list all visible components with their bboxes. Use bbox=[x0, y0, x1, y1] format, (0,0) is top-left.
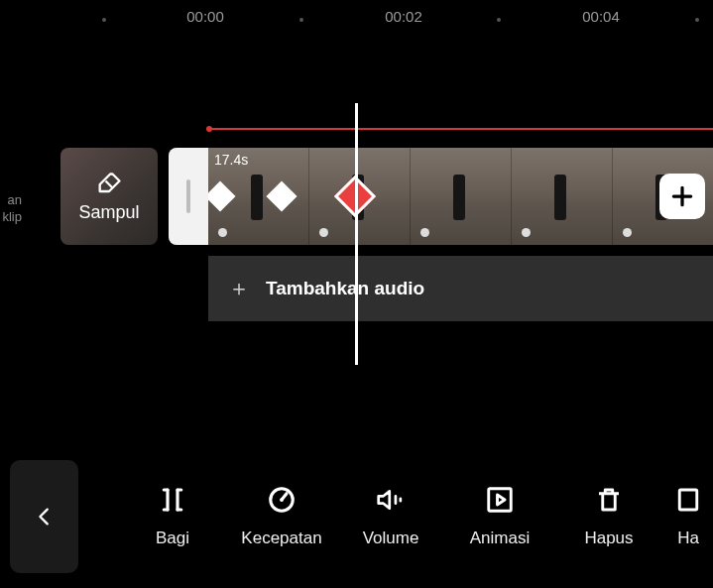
clip-trim-handle-left[interactable] bbox=[169, 148, 208, 245]
clip-top-edge bbox=[208, 128, 713, 130]
ruler-tick bbox=[695, 18, 699, 22]
svg-point-1 bbox=[280, 498, 284, 502]
tool-label: Hapus bbox=[584, 529, 633, 548]
clip-frames[interactable]: 17.4s bbox=[208, 148, 713, 245]
eraser-icon bbox=[95, 171, 123, 198]
ruler-tick bbox=[497, 18, 501, 22]
ruler-label: 00:04 bbox=[582, 8, 620, 25]
playhead[interactable] bbox=[355, 103, 358, 365]
ruler-label: 00:00 bbox=[186, 8, 224, 25]
add-audio-label: Tambahkan audio bbox=[266, 278, 424, 299]
video-clip[interactable]: 17.4s bbox=[169, 148, 713, 245]
tool-animation[interactable]: Animasi bbox=[445, 485, 554, 548]
tool-speed[interactable]: Kecepatan bbox=[227, 485, 336, 548]
trash-icon bbox=[594, 485, 624, 515]
tool-label: Ha bbox=[677, 529, 699, 548]
add-clip-button[interactable] bbox=[659, 174, 705, 219]
tool-next-partial[interactable]: Ha bbox=[663, 485, 713, 548]
ruler-tick bbox=[299, 18, 303, 22]
tool-label: Animasi bbox=[470, 529, 530, 548]
svg-rect-3 bbox=[679, 490, 697, 510]
ruler-label: 00:02 bbox=[385, 8, 422, 25]
svg-rect-2 bbox=[489, 488, 512, 511]
add-clip-label-partial: an klip bbox=[0, 192, 22, 226]
time-ruler[interactable]: 00:00 00:02 00:04 bbox=[0, 0, 713, 36]
animation-icon bbox=[485, 485, 515, 515]
tool-volume[interactable]: Volume bbox=[336, 485, 445, 548]
chevron-left-icon bbox=[34, 506, 56, 528]
tool-label: Volume bbox=[363, 529, 419, 548]
add-audio-row[interactable]: ＋ Tambahkan audio bbox=[208, 256, 713, 321]
tool-label: Kecepatan bbox=[241, 529, 321, 548]
ruler-tick bbox=[102, 18, 106, 22]
plus-icon: ＋ bbox=[228, 278, 250, 299]
clip-duration-badge: 17.4s bbox=[214, 152, 248, 168]
tool-delete[interactable]: Hapus bbox=[554, 485, 663, 548]
speed-icon bbox=[267, 485, 297, 515]
tool-icon bbox=[673, 485, 703, 515]
split-icon bbox=[158, 485, 187, 515]
tool-label: Bagi bbox=[156, 529, 189, 548]
cover-label: Sampul bbox=[78, 202, 139, 223]
plus-icon bbox=[669, 183, 695, 209]
bottom-toolbar: Bagi Kecepatan Volume Animasi Hapus bbox=[0, 444, 713, 588]
cover-thumbnail[interactable]: Sampul bbox=[60, 148, 158, 245]
tool-split[interactable]: Bagi bbox=[118, 485, 227, 548]
back-button[interactable] bbox=[10, 460, 78, 573]
volume-icon bbox=[375, 485, 407, 515]
